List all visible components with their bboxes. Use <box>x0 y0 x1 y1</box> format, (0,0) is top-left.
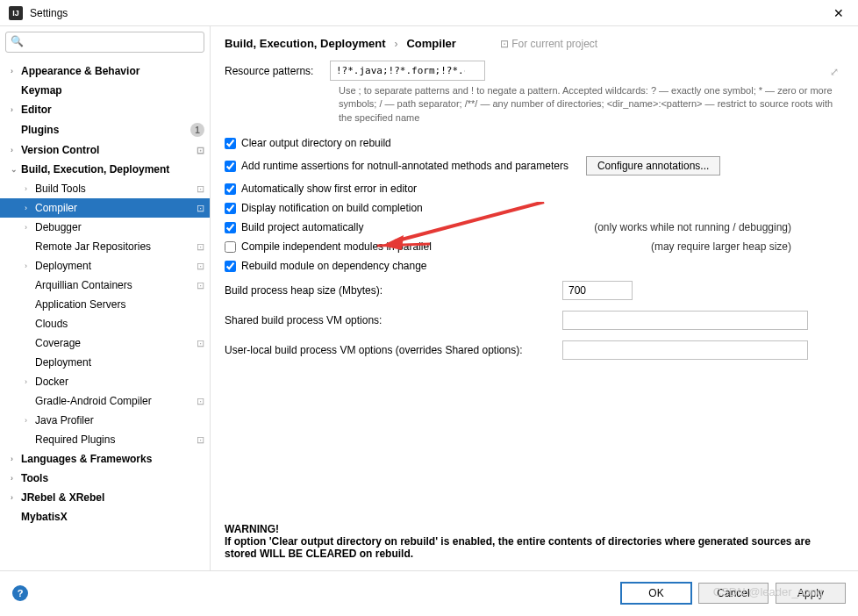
rebuild-module-row: Rebuild module on dependency change <box>225 260 844 272</box>
warning-title: WARNING! <box>225 523 844 535</box>
search-icon: 🔍 <box>11 35 24 47</box>
chevron-right-icon: › <box>11 474 21 483</box>
project-scope-icon: ⊡ <box>197 145 204 156</box>
scope-hint: ⊡ For current project <box>500 38 597 50</box>
app-logo-icon: IJ <box>9 6 23 20</box>
main-area: 🔍 ›Appearance & Behavior Keymap ›Editor … <box>0 26 858 570</box>
nav-mybatisx[interactable]: MybatisX <box>0 507 210 526</box>
breadcrumb-current: Compiler <box>406 37 455 50</box>
nav-editor[interactable]: ›Editor <box>0 100 210 119</box>
chevron-right-icon: › <box>25 261 35 270</box>
project-scope-icon: ⊡ <box>197 261 204 272</box>
nav-coverage[interactable]: Coverage⊡ <box>0 333 210 353</box>
shared-vm-row: Shared build process VM options: <box>225 311 844 330</box>
project-scope-icon: ⊡ <box>197 203 204 214</box>
title-bar: IJ Settings ✕ <box>0 0 858 26</box>
expand-icon[interactable]: ⤢ <box>830 66 839 78</box>
chevron-right-icon: › <box>11 493 21 502</box>
heap-size-row: Build process heap size (Mbytes): <box>225 281 844 300</box>
build-auto-checkbox[interactable]: Build project automatically <box>225 221 363 233</box>
heap-size-input[interactable] <box>562 281 633 300</box>
resource-patterns-label: Resource patterns: <box>225 61 330 77</box>
apply-button[interactable]: Apply <box>776 583 846 604</box>
nav-docker[interactable]: ›Docker <box>0 372 210 391</box>
content-panel: Build, Execution, Deployment › Compiler … <box>211 26 858 570</box>
project-scope-icon: ⊡ <box>197 338 204 349</box>
nav-tools[interactable]: ›Tools <box>0 469 210 488</box>
warning-block: WARNING! If option 'Clear output directo… <box>225 523 844 560</box>
nav-compiler[interactable]: ›Compiler⊡ <box>0 198 210 218</box>
chevron-right-icon: › <box>11 146 21 154</box>
chevron-right-icon: › <box>11 105 21 114</box>
resource-patterns-row: Resource patterns: ⤢ <box>225 61 844 81</box>
nav-required-plugins[interactable]: Required Plugins⊡ <box>0 430 210 449</box>
resource-patterns-input[interactable] <box>330 61 485 81</box>
sidebar: 🔍 ›Appearance & Behavior Keymap ›Editor … <box>0 26 211 570</box>
nav-version-control[interactable]: ›Version Control⊡ <box>0 140 210 160</box>
heap-size-label: Build process heap size (Mbytes): <box>225 284 562 297</box>
nav-deployment2[interactable]: Deployment <box>0 353 210 372</box>
breadcrumb: Build, Execution, Deployment › Compiler … <box>225 37 844 50</box>
search-wrap: 🔍 <box>0 26 210 58</box>
nav-clouds[interactable]: Clouds <box>0 314 210 333</box>
project-scope-icon: ⊡ <box>197 241 204 253</box>
warning-text: If option 'Clear output directory on reb… <box>225 535 844 560</box>
configure-annotations-button[interactable]: Configure annotations... <box>586 156 720 175</box>
auto-first-error-row: Automatically show first error in editor <box>225 183 844 195</box>
chevron-right-icon: › <box>394 38 397 50</box>
close-icon[interactable]: ✕ <box>828 6 849 20</box>
add-runtime-row: Add runtime assertions for notnull-annot… <box>225 156 844 175</box>
nav-debugger[interactable]: ›Debugger <box>0 218 210 237</box>
project-scope-icon: ⊡ <box>197 183 204 195</box>
shared-vm-label: Shared build process VM options: <box>225 314 562 326</box>
nav-java-profiler[interactable]: ›Java Profiler <box>0 411 210 430</box>
resource-patterns-help: Use ; to separate patterns and ! to nega… <box>339 84 844 125</box>
build-auto-row: Build project automatically (only works … <box>225 221 844 233</box>
add-runtime-checkbox[interactable]: Add runtime assertions for notnull-annot… <box>225 160 568 172</box>
nav-build-exec-deploy[interactable]: ⌄Build, Execution, Deployment <box>0 160 210 179</box>
nav-arquillian[interactable]: Arquillian Containers⊡ <box>0 276 210 295</box>
nav-tree: ›Appearance & Behavior Keymap ›Editor Pl… <box>0 58 210 570</box>
rebuild-module-checkbox[interactable]: Rebuild module on dependency change <box>225 260 427 272</box>
plugins-badge: 1 <box>190 123 204 137</box>
user-vm-row: User-local build process VM options (ove… <box>225 340 844 360</box>
clear-output-row: Clear output directory on rebuild <box>225 137 844 149</box>
nav-deployment[interactable]: ›Deployment⊡ <box>0 256 210 276</box>
auto-first-error-checkbox[interactable]: Automatically show first error in editor <box>225 183 417 195</box>
chevron-right-icon: › <box>25 416 35 425</box>
project-scope-icon: ⊡ <box>197 280 204 291</box>
display-notif-row: Display notification on build completion <box>225 202 844 214</box>
chevron-right-icon: › <box>25 184 35 193</box>
chevron-right-icon: › <box>11 67 21 75</box>
shared-vm-input[interactable] <box>562 311 808 330</box>
cancel-button[interactable]: Cancel <box>698 583 769 604</box>
chevron-down-icon: ⌄ <box>11 165 21 174</box>
dialog-footer: ? OK Cancel Apply <box>0 570 858 614</box>
breadcrumb-parent[interactable]: Build, Execution, Deployment <box>225 37 385 50</box>
build-auto-note: (only works while not running / debuggin… <box>594 221 844 233</box>
help-icon[interactable]: ? <box>12 585 28 601</box>
compile-parallel-checkbox[interactable]: Compile independent modules in parallel <box>225 240 432 253</box>
search-input[interactable] <box>5 32 204 53</box>
nav-appearance[interactable]: ›Appearance & Behavior <box>0 61 210 81</box>
chevron-right-icon: › <box>25 223 35 232</box>
chevron-right-icon: › <box>11 455 21 463</box>
nav-keymap[interactable]: Keymap <box>0 81 210 100</box>
nav-lang-frameworks[interactable]: ›Languages & Frameworks <box>0 449 210 469</box>
nav-plugins[interactable]: Plugins1 <box>0 119 210 140</box>
ok-button[interactable]: OK <box>621 583 691 604</box>
clear-output-checkbox[interactable]: Clear output directory on rebuild <box>225 137 391 149</box>
user-vm-label: User-local build process VM options (ove… <box>225 344 562 356</box>
nav-jrebel[interactable]: ›JRebel & XRebel <box>0 488 210 507</box>
chevron-right-icon: › <box>25 204 35 212</box>
nav-build-tools[interactable]: ›Build Tools⊡ <box>0 179 210 198</box>
nav-remote-jar[interactable]: Remote Jar Repositories⊡ <box>0 237 210 256</box>
chevron-right-icon: › <box>25 377 35 386</box>
compile-parallel-row: Compile independent modules in parallel … <box>225 240 844 253</box>
window-title: Settings <box>30 7 828 19</box>
nav-app-servers[interactable]: Application Servers <box>0 295 210 314</box>
display-notif-checkbox[interactable]: Display notification on build completion <box>225 202 423 214</box>
nav-gradle-android[interactable]: Gradle-Android Compiler⊡ <box>0 391 210 411</box>
user-vm-input[interactable] <box>562 340 808 360</box>
project-scope-icon: ⊡ <box>197 434 204 446</box>
